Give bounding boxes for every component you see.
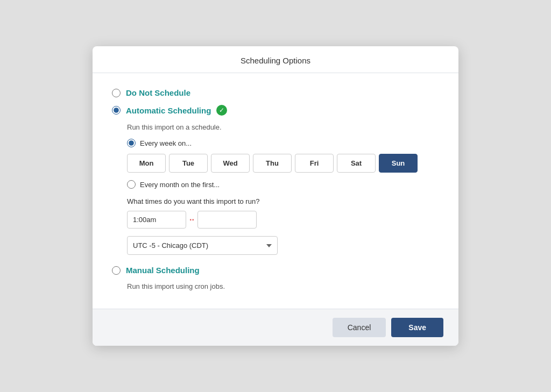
dialog-title: Scheduling Options bbox=[241, 56, 310, 65]
day-btn-sat[interactable]: Sat bbox=[337, 154, 376, 173]
day-btn-fri[interactable]: Fri bbox=[295, 154, 334, 173]
do-not-schedule-label[interactable]: Do Not Schedule bbox=[126, 88, 190, 97]
do-not-schedule-radio[interactable] bbox=[112, 89, 121, 97]
dialog-body: Do Not Schedule Automatic Scheduling ✓ R… bbox=[93, 73, 458, 309]
cancel-button[interactable]: Cancel bbox=[333, 318, 386, 337]
manual-scheduling-section: Manual Scheduling Run this import using … bbox=[112, 266, 439, 290]
day-btn-mon[interactable]: Mon bbox=[127, 154, 166, 173]
save-button[interactable]: Save bbox=[391, 318, 443, 337]
time-question: What times do you want this import to ru… bbox=[127, 197, 439, 205]
day-buttons-group: Mon Tue Wed Thu Fri Sat Sun bbox=[127, 154, 439, 173]
time-separator: ·· bbox=[188, 215, 195, 225]
every-week-radio[interactable] bbox=[127, 139, 136, 147]
every-week-label[interactable]: Every week on... bbox=[140, 139, 192, 147]
time-input-2[interactable] bbox=[197, 211, 257, 229]
dialog-header: Scheduling Options bbox=[93, 46, 458, 73]
manual-scheduling-label[interactable]: Manual Scheduling bbox=[126, 266, 200, 275]
day-btn-wed[interactable]: Wed bbox=[211, 154, 250, 173]
every-month-label[interactable]: Every month on the first... bbox=[140, 181, 220, 189]
every-month-row: Every month on the first... bbox=[127, 180, 439, 189]
dialog-footer: Cancel Save bbox=[93, 309, 458, 346]
timezone-select[interactable]: UTC -5 - Chicago (CDT) UTC -8 - Los Ange… bbox=[127, 236, 278, 255]
manual-scheduling-radio[interactable] bbox=[112, 266, 121, 275]
every-week-row: Every week on... bbox=[127, 139, 439, 147]
do-not-schedule-row: Do Not Schedule bbox=[112, 88, 439, 97]
automatic-sub-section: Every week on... Mon Tue Wed Thu Fri Sat… bbox=[127, 139, 439, 255]
check-icon: ✓ bbox=[216, 105, 227, 116]
time-inputs-group: ·· bbox=[127, 211, 439, 229]
automatic-scheduling-radio[interactable] bbox=[112, 106, 121, 115]
scheduling-dialog: Scheduling Options Do Not Schedule Autom… bbox=[93, 46, 458, 346]
automatic-sub-label: Run this import on a schedule. bbox=[127, 123, 439, 131]
manual-scheduling-row: Manual Scheduling bbox=[112, 266, 439, 275]
time-input-1[interactable] bbox=[127, 211, 186, 229]
day-btn-sun[interactable]: Sun bbox=[379, 154, 418, 173]
automatic-scheduling-label[interactable]: Automatic Scheduling bbox=[126, 106, 211, 115]
manual-sub-label: Run this import using cron jobs. bbox=[127, 282, 439, 290]
day-btn-tue[interactable]: Tue bbox=[169, 154, 208, 173]
automatic-scheduling-row: Automatic Scheduling ✓ bbox=[112, 105, 439, 116]
day-btn-thu[interactable]: Thu bbox=[253, 154, 292, 173]
every-month-radio[interactable] bbox=[127, 180, 136, 189]
